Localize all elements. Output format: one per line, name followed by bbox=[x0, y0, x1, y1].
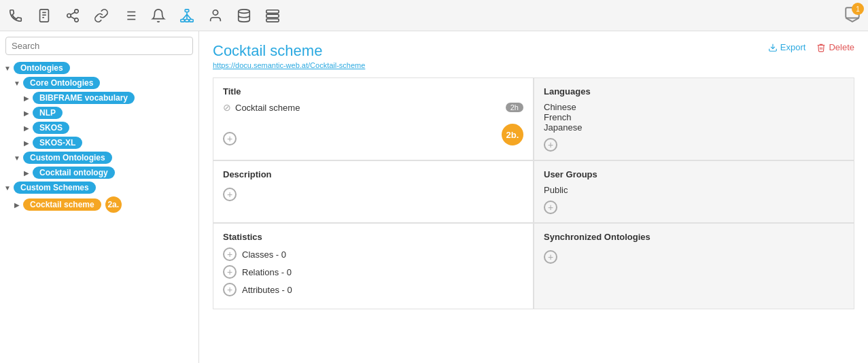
synchronized-add-button[interactable]: + bbox=[544, 250, 557, 264]
main-layout: ▼ Ontologies ▼ Core Ontologies ▶ BIBFRAM… bbox=[0, 31, 868, 363]
languages-values: Chinese French Japanese bbox=[544, 102, 844, 133]
svg-rect-27 bbox=[266, 18, 279, 22]
svg-line-20 bbox=[183, 14, 187, 19]
search-input[interactable] bbox=[5, 37, 193, 55]
sidebar-item-cocktail-scheme[interactable]: ▶ Cocktail scheme 2a. bbox=[0, 195, 198, 214]
sidebar-item-core-ontologies[interactable]: ▼ Core Ontologies bbox=[0, 75, 198, 90]
user-groups-cell-header: User Groups bbox=[544, 169, 844, 179]
sidebar-item-bibframe[interactable]: ▶ BIBFRAME vocabulary bbox=[0, 90, 198, 105]
age-badge: 2h bbox=[506, 103, 523, 112]
toolbar: 1 bbox=[0, 0, 868, 31]
sidebar-item-skos-xl[interactable]: ▶ SKOS-XL bbox=[0, 135, 198, 150]
server-icon[interactable] bbox=[264, 7, 281, 24]
delete-button[interactable]: Delete bbox=[816, 42, 854, 52]
share-icon[interactable] bbox=[64, 7, 82, 24]
link-icon[interactable] bbox=[92, 7, 110, 24]
sidebar-label-custom-schemes: Custom Schemes bbox=[14, 182, 96, 194]
languages-cell: Languages Chinese French Japanese + bbox=[534, 78, 854, 160]
relations-add-button[interactable]: + bbox=[223, 265, 237, 279]
toggle-custom-ontologies: ▼ bbox=[12, 153, 22, 162]
svg-rect-25 bbox=[266, 10, 279, 13]
svg-point-6 bbox=[75, 18, 79, 21]
stat-classes: + Classes - 0 bbox=[223, 247, 523, 261]
language-french: French bbox=[544, 112, 844, 122]
notification-area[interactable]: 1 bbox=[844, 5, 861, 25]
svg-rect-26 bbox=[266, 14, 279, 18]
user-groups-add-button[interactable]: + bbox=[544, 201, 557, 214]
sidebar-label-custom-ontologies: Custom Ontologies bbox=[23, 152, 112, 164]
statistics-cell-header: Statistics bbox=[223, 232, 523, 242]
description-cell-header: Description bbox=[223, 169, 523, 179]
relations-value: Relations - 0 bbox=[242, 267, 292, 277]
sidebar-item-custom-ontologies[interactable]: ▼ Custom Ontologies bbox=[0, 150, 198, 165]
export-label: Export bbox=[780, 42, 806, 52]
svg-rect-16 bbox=[181, 19, 185, 22]
user-groups-cell: User Groups Public + bbox=[534, 161, 854, 222]
svg-point-24 bbox=[239, 9, 250, 13]
sidebar-label-bibframe: BIBFRAME vocabulary bbox=[33, 92, 135, 104]
svg-point-5 bbox=[67, 14, 71, 18]
bell-icon[interactable] bbox=[150, 7, 167, 24]
languages-cell-header: Languages bbox=[544, 86, 844, 97]
sidebar-label-nlp: NLP bbox=[33, 107, 63, 119]
stat-attributes: + Attributes - 0 bbox=[223, 283, 523, 296]
stat-relations: + Relations - 0 bbox=[223, 265, 523, 279]
description-cell: Description + bbox=[213, 161, 533, 222]
hierarchy-icon[interactable] bbox=[178, 7, 196, 24]
synchronized-cell: Synchronized Ontologies + bbox=[534, 224, 854, 309]
sidebar-label-core-ontologies: Core Ontologies bbox=[23, 77, 100, 89]
svg-rect-15 bbox=[185, 9, 189, 12]
svg-line-22 bbox=[187, 14, 191, 19]
sidebar-item-skos[interactable]: ▶ SKOS bbox=[0, 120, 198, 135]
phone-icon[interactable] bbox=[7, 7, 24, 24]
classes-add-button[interactable]: + bbox=[223, 247, 237, 261]
content-header: Cocktail scheme https://docu.semantic-we… bbox=[213, 42, 854, 69]
attributes-value: Attributes - 0 bbox=[242, 285, 292, 295]
page-url[interactable]: https://docu.semantic-web.at/Cocktail-sc… bbox=[213, 61, 365, 69]
document-icon[interactable] bbox=[35, 7, 53, 24]
toggle-nlp: ▶ bbox=[22, 108, 31, 118]
header-actions: Export Delete bbox=[768, 42, 854, 52]
svg-rect-0 bbox=[40, 9, 49, 21]
sidebar-label-skos-xl: SKOS-XL bbox=[33, 137, 82, 149]
sidebar-item-custom-schemes[interactable]: ▼ Custom Schemes bbox=[0, 180, 198, 195]
step-2b-badge: 2b. bbox=[502, 124, 523, 145]
language-japanese: Japanese bbox=[544, 122, 844, 133]
sidebar-item-cocktail-ontology[interactable]: ▶ Cocktail ontology bbox=[0, 165, 198, 180]
title-section: Cocktail scheme https://docu.semantic-we… bbox=[213, 42, 365, 69]
description-add-button[interactable]: + bbox=[223, 188, 237, 201]
sidebar-label-cocktail-ontology: Cocktail ontology bbox=[33, 167, 115, 179]
user-groups-value: Public bbox=[544, 185, 844, 195]
title-cell-content: ⊘ Cocktail scheme 2h bbox=[223, 102, 523, 113]
title-add-button[interactable]: + bbox=[223, 132, 237, 145]
attributes-add-button[interactable]: + bbox=[223, 283, 237, 296]
database-icon[interactable] bbox=[235, 7, 253, 24]
delete-label: Delete bbox=[829, 42, 854, 52]
sidebar-label-skos: SKOS bbox=[33, 122, 69, 134]
languages-add-button[interactable]: + bbox=[544, 138, 557, 152]
sidebar: ▼ Ontologies ▼ Core Ontologies ▶ BIBFRAM… bbox=[0, 31, 199, 363]
svg-line-7 bbox=[71, 16, 75, 19]
sidebar-item-nlp[interactable]: ▶ NLP bbox=[0, 105, 198, 120]
title-cell: Title ⊘ Cocktail scheme 2h + 2b. bbox=[213, 78, 533, 160]
person-icon[interactable] bbox=[207, 7, 224, 24]
toggle-ontologies: ▼ bbox=[3, 63, 12, 73]
svg-point-4 bbox=[75, 9, 79, 13]
statistics-cell: Statistics + Classes - 0 + Relations - 0… bbox=[213, 224, 533, 309]
sidebar-label-ontologies: Ontologies bbox=[14, 62, 70, 74]
svg-rect-17 bbox=[185, 19, 189, 22]
list-icon[interactable] bbox=[121, 7, 139, 24]
toggle-custom-schemes: ▼ bbox=[3, 183, 12, 192]
classes-value: Classes - 0 bbox=[242, 249, 286, 260]
toggle-skos-xl: ▶ bbox=[22, 138, 31, 148]
page-title: Cocktail scheme bbox=[213, 42, 365, 60]
toggle-bibframe: ▶ bbox=[22, 93, 31, 103]
edit-icon[interactable]: ⊘ bbox=[223, 102, 231, 113]
svg-rect-18 bbox=[190, 19, 194, 22]
step-2a-badge: 2a. bbox=[105, 196, 122, 213]
export-button[interactable]: Export bbox=[768, 42, 806, 52]
synchronized-cell-header: Synchronized Ontologies bbox=[544, 232, 844, 242]
sidebar-item-ontologies[interactable]: ▼ Ontologies bbox=[0, 60, 198, 75]
notification-badge: 1 bbox=[852, 3, 864, 15]
info-grid: Title ⊘ Cocktail scheme 2h + 2b. Languag… bbox=[213, 77, 854, 309]
